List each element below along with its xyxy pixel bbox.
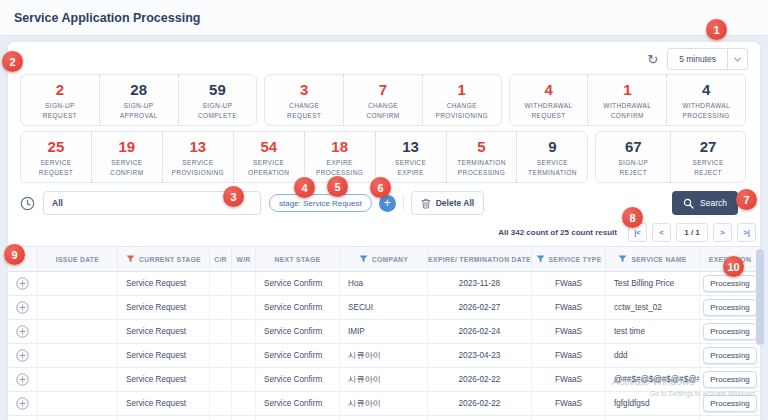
header-company: COMPANY xyxy=(340,247,428,271)
annotation-5: 5 xyxy=(327,176,348,197)
expand-row-icon[interactable] xyxy=(16,373,29,386)
cell-expand xyxy=(8,272,38,295)
stat-card: 3 CHANGE REQUEST xyxy=(265,75,343,125)
delete-all-label: Delete All xyxy=(436,198,474,208)
refresh-interval-select[interactable]: 5 minutes xyxy=(667,48,748,70)
expand-row-icon[interactable] xyxy=(16,277,29,290)
cell-wr xyxy=(232,416,256,420)
cell-service-name: test time xyxy=(606,320,700,343)
processing-button[interactable]: Processing xyxy=(703,275,757,292)
vertical-scrollbar[interactable] xyxy=(756,249,764,345)
filter-funnel-icon-blue[interactable] xyxy=(618,255,627,263)
processing-button[interactable]: Processing xyxy=(703,395,757,412)
stat-label: EXPIRE PROCESSING xyxy=(316,158,363,177)
stat-card: 28 SIGN-UP APPROVAL xyxy=(99,75,178,125)
pagination-next-button[interactable]: > xyxy=(713,223,732,242)
cell-next-stage: Service Confirm xyxy=(256,344,340,367)
stat-label: SERVICE CONFIRM xyxy=(110,158,143,177)
stat-card: 25 SERVICE REQUEST xyxy=(21,132,91,182)
refresh-row: ↻ 5 minutes xyxy=(8,48,748,70)
pagination-last-button[interactable]: >| xyxy=(737,223,756,242)
search-button[interactable]: Search xyxy=(672,191,738,215)
stat-value: 13 xyxy=(189,139,206,156)
stats-row-1: 2 SIGN-UP REQUEST 28 SIGN-UP APPROVAL 59… xyxy=(20,74,746,126)
stat-card: 4 WITHDRAWAL PROCESSING xyxy=(666,75,745,125)
search-label: Search xyxy=(700,198,727,208)
filter-funnel-icon-blue[interactable] xyxy=(536,255,545,263)
stat-card: 13 SERVICE PROVISIONING xyxy=(162,132,233,182)
refresh-interval-value: 5 minutes xyxy=(668,54,727,64)
cell-issue-date xyxy=(38,272,118,295)
cell-expand xyxy=(8,416,38,420)
cell-current-stage: Service Request xyxy=(118,272,210,295)
stat-group-signup: 2 SIGN-UP REQUEST 28 SIGN-UP APPROVAL 59… xyxy=(20,74,257,126)
cell-service-name: cctw_test_02 xyxy=(606,296,700,319)
expand-row-icon[interactable] xyxy=(16,325,29,338)
delete-all-button[interactable]: Delete All xyxy=(411,191,484,215)
cell-service-type xyxy=(532,416,606,420)
stat-value: 3 xyxy=(300,82,308,99)
header-cr: C/R xyxy=(210,247,232,271)
processing-button[interactable]: Processing xyxy=(703,299,757,316)
stat-value: 19 xyxy=(119,139,136,156)
stat-label: CHANGE PROVISIONING xyxy=(436,101,488,120)
header-wr: W/R xyxy=(232,247,256,271)
processing-button[interactable]: Processing xyxy=(703,371,757,388)
annotation-8: 8 xyxy=(622,207,643,228)
filter-funnel-icon-red[interactable] xyxy=(126,255,135,263)
header-next-stage: NEXT STAGE xyxy=(256,247,340,271)
annotation-9: 9 xyxy=(4,244,25,265)
refresh-icon[interactable]: ↻ xyxy=(647,53,658,66)
processing-button[interactable]: Processing xyxy=(703,323,757,340)
cell-next-stage: Service Confirm xyxy=(256,272,340,295)
stat-card: 13 SERVICE EXPIRE xyxy=(375,132,446,182)
stat-label: SERVICE TERMINATION xyxy=(528,158,577,177)
stat-card: 2 SIGN-UP REQUEST xyxy=(21,75,99,125)
cell-next-stage: Service Confirm xyxy=(256,296,340,319)
result-count-summary: All 342 count of 25 count result xyxy=(498,228,617,237)
cell-company: Hoa xyxy=(340,272,428,295)
processing-button[interactable]: Processing xyxy=(703,347,757,364)
stage-filter-tag[interactable]: stage: Service Request xyxy=(269,194,372,212)
header-current-stage: CURRENT STAGE xyxy=(118,247,210,271)
expand-row-icon[interactable] xyxy=(16,349,29,362)
cell-company: IMIP xyxy=(340,320,428,343)
annotation-10: 10 xyxy=(723,256,744,277)
cell-issue-date xyxy=(38,296,118,319)
cell-current-stage xyxy=(118,416,210,420)
cell-service-type: FWaaS xyxy=(532,392,606,415)
cell-execution: Processing xyxy=(700,344,760,367)
stat-label: SERVICE REQUEST xyxy=(39,158,73,177)
annotation-7: 7 xyxy=(736,189,757,210)
expand-row-icon[interactable] xyxy=(16,397,29,410)
cell-current-stage: Service Request xyxy=(118,344,210,367)
filter-funnel-icon-blue[interactable] xyxy=(359,255,368,263)
stat-group-change: 3 CHANGE REQUEST 7 CHANGE CONFIRM 1 CHAN… xyxy=(264,74,501,126)
cell-current-stage: Service Request xyxy=(118,296,210,319)
cell-issue-date xyxy=(38,320,118,343)
search-icon xyxy=(683,198,694,209)
cell-cr xyxy=(210,296,232,319)
cell-expire-date: 2026-02-27 xyxy=(428,296,532,319)
stat-label: SIGN-UP APPROVAL xyxy=(120,101,158,120)
cell-current-stage: Service Request xyxy=(118,320,210,343)
applications-table: ISSUE DATE CURRENT STAGE C/R W/R NEXT ST… xyxy=(8,246,760,420)
cell-wr xyxy=(232,272,256,295)
stat-card: 7 CHANGE CONFIRM xyxy=(343,75,422,125)
cell-expire-date: 2023-11-28 xyxy=(428,272,532,295)
expand-row-icon[interactable] xyxy=(16,301,29,314)
stat-value: 1 xyxy=(458,82,466,99)
cell-expand xyxy=(8,392,38,415)
stats-row-2: 25 SERVICE REQUEST 19 SERVICE CONFIRM 13… xyxy=(20,131,746,183)
annotation-1: 1 xyxy=(706,19,727,40)
stat-card: 4 WITHDRAWAL REQUEST xyxy=(510,75,588,125)
annotation-6: 6 xyxy=(370,177,391,198)
table-row: Service Request Service Confirm IMIP 202… xyxy=(8,320,760,344)
pagination-prev-button[interactable]: < xyxy=(652,223,671,242)
stat-value: 1 xyxy=(623,82,631,99)
cell-cr xyxy=(210,272,232,295)
stat-value: 54 xyxy=(260,139,277,156)
cell-next-stage: Service Confirm xyxy=(256,320,340,343)
stat-label: CHANGE REQUEST xyxy=(287,101,321,120)
trash-icon xyxy=(421,198,431,209)
